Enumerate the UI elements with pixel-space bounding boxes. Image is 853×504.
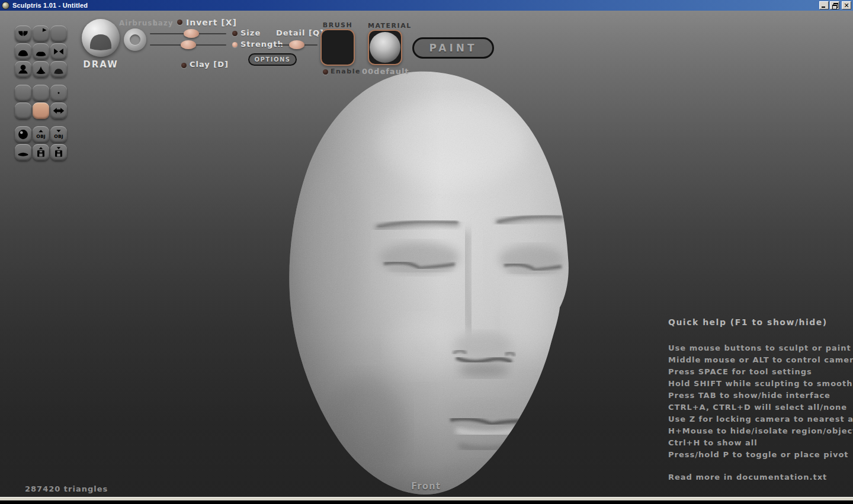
restore-icon (832, 3, 837, 8)
obj-import-icon (34, 128, 47, 141)
paint-mode-button[interactable]: PAINT (412, 37, 494, 59)
clay-label[interactable]: Clay [D] (190, 60, 229, 69)
tool-reduce-selected-button[interactable] (15, 85, 31, 101)
plane-icon (17, 146, 30, 159)
inflate-icon (17, 63, 30, 76)
strength-slider-handle[interactable] (181, 40, 196, 49)
help-line: Press TAB to show/hide interface (668, 390, 846, 402)
grab-icon (52, 45, 65, 58)
tool-palette (0, 11, 77, 171)
view-orientation-label: Front (396, 481, 456, 492)
subdivide-icon (34, 86, 47, 99)
smooth-icon (52, 63, 65, 76)
tool-new-sphere-button[interactable] (15, 126, 31, 143)
size-radio[interactable] (232, 31, 238, 36)
strength-slider[interactable] (150, 44, 226, 46)
help-line: Press SPACE for tool settings (668, 366, 846, 378)
grid-icon (52, 86, 65, 99)
draw-icon (17, 45, 30, 58)
wireframe-icon (34, 104, 47, 117)
tool-wireframe-button[interactable] (33, 102, 49, 119)
tool-subdivide-all-button[interactable] (33, 85, 49, 101)
open-file-icon (34, 146, 47, 159)
quick-help-footer: Read more in documentation.txt (668, 473, 846, 481)
minimize-icon (822, 7, 825, 8)
options-button[interactable]: OPTIONS (248, 53, 297, 66)
quick-help-panel: Quick help (F1 to show/hide) Use mouse b… (668, 317, 846, 481)
help-line: H+Mouse to hide/isolate region/objects (668, 425, 846, 437)
reduce-icon (17, 86, 30, 99)
minimize-button[interactable] (819, 1, 829, 9)
sphere-icon (17, 128, 30, 141)
viewport[interactable]: DRAW Airbrush Lazy Invert [X] Size Stren… (0, 11, 853, 500)
sculptris-window: Sculptris 1.01 - Untitled ✕ (0, 0, 853, 504)
brush-panel-title: BRUSH (320, 21, 355, 29)
tool-export-obj-button[interactable] (50, 126, 67, 143)
sculpted-head-model[interactable] (275, 62, 575, 499)
help-line: Ctrl+H to show all (668, 437, 846, 449)
size-label[interactable]: Size (240, 28, 261, 37)
material-panel-title: MATERIAL (368, 22, 402, 30)
invert-label[interactable]: Invert [X] (186, 18, 237, 27)
tool-smooth-button[interactable] (50, 61, 67, 78)
tool-material-button[interactable] (15, 102, 31, 119)
window-title: Sculptris 1.01 - Untitled (12, 2, 88, 9)
tool-pinch-button[interactable] (33, 61, 49, 78)
pinch-icon (34, 63, 47, 76)
size-slider-handle[interactable] (184, 29, 199, 38)
detail-slider-handle[interactable] (289, 40, 304, 49)
symmetry-icon (52, 104, 65, 117)
brush-enable-label[interactable]: Enable (331, 68, 361, 75)
tool-grab-button[interactable] (50, 43, 67, 60)
material-slot[interactable] (368, 30, 402, 65)
draw-brush-glyph (82, 19, 120, 57)
help-line: Middle mouse or ALT to control camera (668, 354, 846, 366)
tool-new-plane-button[interactable] (15, 144, 31, 160)
strength-radio[interactable] (232, 42, 238, 47)
taskbar-edge (0, 497, 853, 500)
tool-mask-button[interactable] (50, 85, 67, 101)
save-file-icon (52, 146, 65, 159)
crease-icon (17, 27, 30, 40)
help-line: Use Z for locking camera to nearest axis (668, 413, 846, 425)
close-icon: ✕ (842, 2, 851, 9)
tool-crease-button[interactable] (15, 25, 31, 42)
detail-label: Detail [Q] (276, 28, 324, 37)
tool-inflate-button[interactable] (15, 61, 31, 78)
lazy-brush-indicator[interactable] (124, 28, 146, 51)
material-name: 00default (362, 67, 408, 76)
help-line: Press/hold P to toggle or place pivot (668, 449, 846, 461)
triangle-count: 287420 triangles (25, 484, 108, 493)
current-tool-label: DRAW (77, 59, 124, 70)
tool-draw-button[interactable] (15, 43, 31, 60)
invert-radio[interactable] (177, 20, 182, 25)
scale-icon (52, 27, 65, 40)
titlebar: Sculptris 1.01 - Untitled ✕ (0, 0, 853, 11)
detail-slider[interactable] (276, 44, 318, 46)
tool-open-file-button[interactable] (33, 144, 49, 160)
tool-scale-button[interactable] (50, 25, 67, 42)
tool-flatten-button[interactable] (33, 43, 49, 60)
help-line: CTRL+A, CTRL+D will select all/none (668, 402, 846, 413)
clay-radio[interactable] (181, 63, 187, 68)
tool-import-obj-button[interactable] (33, 126, 49, 143)
brush-enable-radio[interactable] (323, 69, 328, 75)
material-sphere-preview (370, 32, 400, 63)
restore-button[interactable] (830, 1, 839, 9)
help-line: Use mouse buttons to sculpt or paint (668, 342, 846, 354)
tool-save-file-button[interactable] (50, 144, 67, 160)
brush-texture-slot[interactable] (320, 29, 355, 66)
app-icon (2, 2, 9, 9)
close-button[interactable]: ✕ (842, 1, 851, 9)
material-m-icon (17, 104, 30, 117)
help-line: Hold SHIFT while sculpting to smooth (668, 378, 846, 390)
tool-symmetry-button[interactable] (50, 102, 67, 119)
tool-rotate-button[interactable] (33, 25, 49, 42)
lazy-label[interactable]: Lazy (153, 19, 174, 27)
obj-export-icon (52, 128, 65, 141)
size-slider[interactable] (150, 33, 226, 34)
rotate-icon (34, 27, 47, 40)
quick-help-title: Quick help (F1 to show/hide) (668, 317, 846, 327)
current-tool-preview[interactable] (82, 19, 120, 57)
flatten-icon (34, 45, 47, 58)
